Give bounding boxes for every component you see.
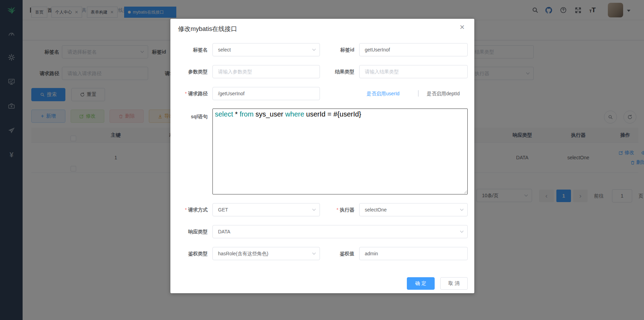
- auth-type-label: 鉴权类型: [170, 247, 208, 260]
- path-label: 请求路径: [170, 87, 208, 100]
- param-type-input[interactable]: [212, 65, 320, 78]
- resize-handle-icon[interactable]: [464, 190, 467, 193]
- dialog-close-icon[interactable]: ×: [460, 22, 465, 32]
- method-select[interactable]: GET: [212, 203, 320, 216]
- executor-label: 执行器: [316, 203, 354, 216]
- select-value: select: [218, 47, 231, 53]
- confirm-button[interactable]: 确 定: [407, 277, 435, 290]
- auth-value-label: 鉴权值: [316, 247, 354, 260]
- sql-editor[interactable]: select * from sys_user where userId = #{…: [212, 109, 468, 194]
- app-root: ¥ 首页 / 系统工具 / mybatis在线接口 TT: [0, 0, 644, 320]
- cancel-button[interactable]: 取 消: [440, 277, 468, 290]
- button-label: 取 消: [449, 280, 460, 287]
- button-label: 确 定: [415, 280, 426, 287]
- chevron-down-icon: [460, 208, 464, 211]
- tag-name-label: 标签名: [170, 43, 208, 56]
- tag-id-input[interactable]: [359, 43, 468, 56]
- dialog-title: 修改mybatis在线接口: [178, 25, 237, 33]
- select-value: DATA: [218, 229, 230, 234]
- chevron-down-icon: [312, 252, 316, 255]
- tag-name-select[interactable]: select: [212, 43, 320, 56]
- tag-id-label: 标签id: [316, 43, 354, 56]
- select-value: GET: [218, 207, 228, 213]
- param-type-label: 参数类型: [170, 65, 208, 78]
- resp-type-label: 响应类型: [170, 225, 208, 238]
- executor-select[interactable]: selectOne: [359, 203, 468, 216]
- enable-deptid-checkbox[interactable]: [418, 90, 419, 97]
- method-label: 请求方式: [170, 203, 208, 216]
- result-type-label: 结果类型: [316, 65, 354, 78]
- chevron-down-icon: [460, 230, 464, 233]
- chevron-down-icon: [312, 208, 316, 211]
- path-input[interactable]: [212, 87, 320, 100]
- sql-label: sql语句: [170, 110, 208, 123]
- auth-type-select[interactable]: hasRole(含有这些角色): [212, 247, 320, 260]
- enable-deptid-label[interactable]: 是否启用deptId: [427, 91, 460, 97]
- enable-userid-label[interactable]: 是否启用userId: [367, 91, 400, 97]
- select-value: selectOne: [365, 207, 387, 213]
- select-value: hasRole(含有这些角色): [218, 251, 268, 256]
- auth-value-input[interactable]: [359, 247, 468, 260]
- chevron-down-icon: [312, 48, 316, 51]
- edit-dialog: 修改mybatis在线接口 × 标签名 select 标签id 参数类型 结果类…: [170, 19, 474, 293]
- result-type-input[interactable]: [359, 65, 468, 78]
- resp-type-select[interactable]: DATA: [212, 225, 468, 238]
